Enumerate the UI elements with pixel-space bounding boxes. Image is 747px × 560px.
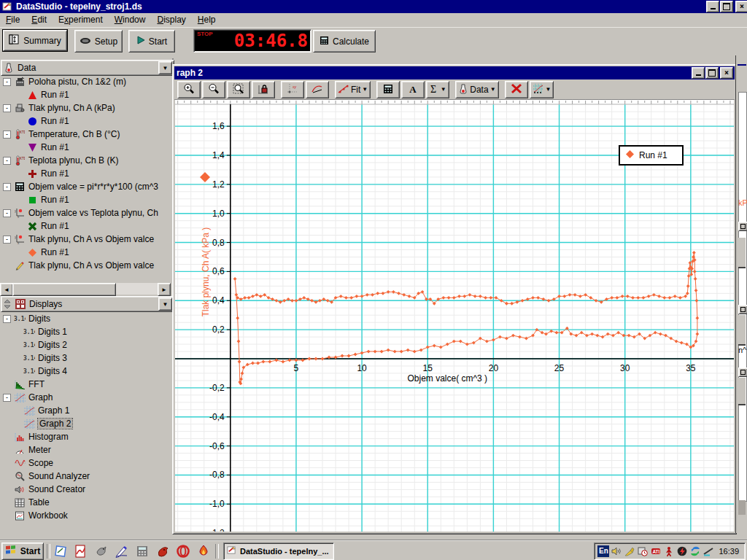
data-run-item[interactable]: Run #1	[0, 88, 171, 101]
display-item-meter[interactable]: Meter	[0, 443, 171, 456]
data-run-item[interactable]: Run #1	[0, 141, 171, 154]
tree-expander[interactable]: -	[3, 78, 11, 86]
setup-button[interactable]: Setup	[74, 30, 123, 52]
delete-button[interactable]	[505, 81, 528, 98]
data-dropdown-button[interactable]: ▼	[158, 61, 172, 74]
close-button[interactable]: ×	[735, 1, 747, 12]
taskbar-task-datastudio[interactable]: DataStudio - tepelny_...	[223, 542, 334, 560]
slope-tool-button[interactable]	[306, 81, 329, 98]
display-item-fft[interactable]: FFT	[0, 378, 171, 391]
maximize-button[interactable]	[720, 1, 733, 12]
data-panel-header[interactable]: Data ▼	[1, 60, 174, 76]
scroll-right-button[interactable]: ►	[158, 283, 171, 296]
display-item-label: Scope	[28, 458, 53, 468]
graph-settings-button[interactable]: ▼	[530, 81, 554, 98]
calculate-button[interactable]: Calculate	[313, 30, 376, 52]
data-item[interactable]: -xyObjem valce vs Teplota plynu, Ch	[0, 206, 171, 219]
display-item-histogram[interactable]: Histogram	[0, 430, 171, 443]
plot-area[interactable]: 1,61,41,21,00,80,60,40,2-0,2-0,4-0,6-0,8…	[175, 100, 734, 532]
data-item[interactable]: -xyTlak plynu, Ch A vs Objem valce	[0, 233, 171, 246]
menu-display[interactable]: Display	[151, 13, 191, 27]
tray-ati-icon[interactable]: ATI	[650, 545, 662, 557]
menu-help[interactable]: Help	[192, 13, 222, 27]
graph-minimize-button[interactable]	[692, 67, 705, 79]
minimize-button[interactable]	[706, 1, 719, 12]
menu-file[interactable]: File	[0, 13, 26, 27]
tray-brush-icon[interactable]	[624, 545, 635, 557]
tree-expander[interactable]: -	[3, 104, 11, 112]
tray-volume-icon[interactable]	[611, 545, 622, 557]
menu-window[interactable]: Window	[109, 13, 152, 27]
menu-experiment[interactable]: Experiment	[53, 13, 109, 27]
data-item[interactable]: -KTDTeplota plynu, Ch B (K)	[0, 154, 171, 167]
quicklaunch-calculator-icon[interactable]	[135, 544, 150, 559]
zoom-in-button[interactable]	[177, 81, 201, 98]
tree-expander[interactable]: -	[3, 131, 11, 139]
display-item-sound-analyzer[interactable]: Sound Analyzer	[0, 470, 171, 483]
quicklaunch-opera-icon[interactable]	[176, 544, 190, 559]
quicklaunch-journal-icon[interactable]	[53, 544, 68, 559]
data-item[interactable]: -Tlak plynu, Ch A (kPa)	[0, 101, 171, 114]
tray-lightning-icon[interactable]	[676, 545, 688, 557]
quicklaunch-bird-icon[interactable]	[94, 544, 109, 559]
display-item-table[interactable]: Table	[0, 496, 171, 509]
scroll-left-button[interactable]: ◄	[0, 283, 13, 296]
display-subitem-graph-2[interactable]: Graph 2	[0, 417, 171, 430]
scale-lock-button[interactable]	[252, 81, 275, 98]
data-run-item[interactable]: Run #1	[0, 219, 171, 233]
taskbar-start-button[interactable]: Start	[1, 542, 44, 560]
data-tree-hscrollbar[interactable]: ◄ ►	[0, 283, 171, 295]
graph-window-titlebar[interactable]: raph 2 ×	[174, 66, 735, 79]
data-run-item[interactable]: Run #1	[0, 246, 171, 259]
tray-red-figure-icon[interactable]	[663, 545, 675, 557]
quicklaunch-pen-icon[interactable]	[115, 544, 129, 559]
display-subitem-digits-4[interactable]: 3.14Digits 4	[0, 365, 171, 378]
quicklaunch-dragon-icon[interactable]	[155, 544, 170, 559]
tree-expander[interactable]: -	[3, 394, 11, 402]
text-annotation-button[interactable]: A	[401, 81, 425, 98]
display-item-graph[interactable]: -Graph	[0, 391, 171, 404]
quicklaunch-pdf-icon[interactable]	[74, 544, 88, 559]
quicklaunch-flame-icon[interactable]	[196, 544, 211, 559]
calculator-button[interactable]	[376, 81, 400, 98]
display-item-sound-creator[interactable]: Sound Creator	[0, 483, 171, 496]
display-subitem-digits-2[interactable]: 3.14Digits 2	[0, 338, 171, 351]
legend-box[interactable]: Run #1	[619, 145, 684, 166]
display-subitem-digits-3[interactable]: 3.14Digits 3	[0, 351, 171, 365]
tray-sync-icon[interactable]	[689, 545, 701, 557]
smart-tool-button[interactable]: xy	[281, 81, 304, 98]
tray-z-icon[interactable]	[703, 545, 714, 557]
summary-button[interactable]: Summary	[3, 30, 67, 51]
data-run-item[interactable]: Run #1	[0, 193, 171, 206]
tray-scheduler-icon[interactable]	[637, 545, 649, 557]
start-button[interactable]: Start	[128, 30, 175, 52]
displays-panel-header[interactable]: Displays ▼	[1, 296, 174, 312]
display-item-workbook[interactable]: Workbook	[0, 509, 171, 522]
tray-language-indicator[interactable]: En	[597, 545, 609, 557]
data-item[interactable]: Tlak plynu, Ch A vs Objem valce	[0, 259, 171, 272]
menu-edit[interactable]: Edit	[26, 13, 53, 27]
display-subitem-graph-1[interactable]: Graph 1	[0, 404, 171, 417]
data-item[interactable]: -Objem valce = pi*r*r*y*100 (cm^3	[0, 180, 171, 193]
data-item[interactable]: -KTDTemperature, Ch B (°C)	[0, 128, 171, 141]
tree-expander[interactable]: -	[3, 315, 11, 323]
data-run-item[interactable]: Run #1	[0, 167, 171, 180]
tree-expander[interactable]: -	[3, 236, 11, 244]
tree-expander[interactable]: -	[3, 157, 11, 165]
data-menu-button[interactable]: Data▼	[455, 81, 498, 98]
data-run-item[interactable]: Run #1	[0, 114, 171, 128]
fit-menu-button[interactable]: Fit▼	[335, 81, 371, 98]
tree-expander[interactable]: -	[3, 209, 11, 217]
display-item-scope[interactable]: Scope	[0, 456, 171, 470]
zoom-out-button[interactable]	[202, 81, 225, 98]
scroll-thumb[interactable]	[12, 283, 116, 296]
data-item[interactable]: -Poloha pistu, Ch 1&2 (m)	[0, 75, 171, 88]
zoom-select-button[interactable]	[227, 81, 250, 98]
displays-dropdown-button[interactable]: ▼	[158, 298, 172, 311]
graph-maximize-button[interactable]	[705, 67, 719, 79]
display-subitem-digits-1[interactable]: 3.14Digits 1	[0, 325, 171, 338]
statistics-button[interactable]: Σ▼	[426, 81, 449, 98]
tree-expander[interactable]: -	[3, 183, 11, 191]
display-item-digits[interactable]: -3.14Digits	[0, 312, 171, 325]
graph-close-button[interactable]: ×	[720, 67, 733, 79]
